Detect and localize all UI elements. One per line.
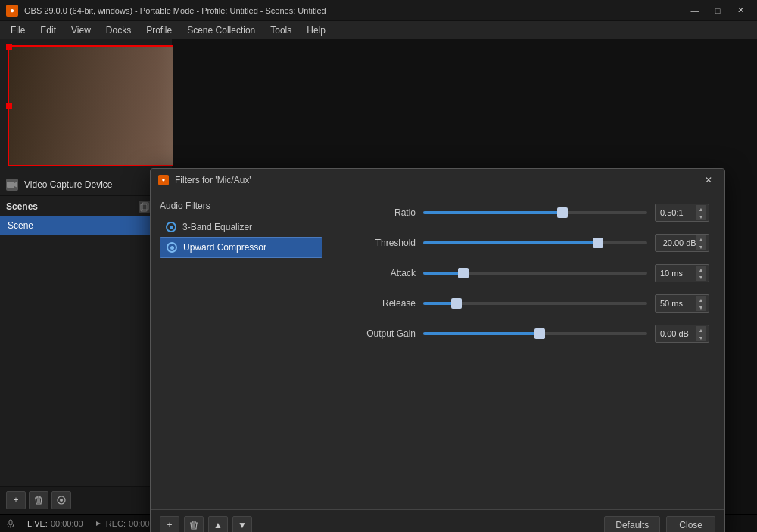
scenes-copy-icon[interactable]	[139, 201, 151, 213]
attack-slider-track	[423, 272, 647, 275]
threshold-spin-up[interactable]: ▲	[696, 235, 706, 243]
threshold-spin-down[interactable]: ▼	[696, 243, 706, 250]
scene-item[interactable]: Scene	[0, 216, 172, 235]
menu-scene-collection[interactable]: Scene Collection	[179, 23, 263, 37]
dialog-title-content: ● Filters for 'Mic/Aux'	[158, 175, 251, 185]
attack-spin-up[interactable]: ▲	[696, 266, 706, 273]
param-row-ratio: Ratio 0.50:1 ▲ ▼	[347, 204, 709, 222]
output-gain-value: 0.00 dB	[660, 329, 689, 338]
output-gain-slider-thumb[interactable]	[534, 328, 545, 339]
menu-edit[interactable]: Edit	[33, 23, 64, 37]
release-value: 50 ms	[660, 299, 683, 308]
scenes-section: Scenes	[0, 196, 172, 216]
filter-item-compressor[interactable]: Upward Compressor	[160, 237, 322, 258]
add-scene-button[interactable]: +	[6, 491, 26, 509]
attack-value: 10 ms	[660, 269, 683, 278]
attack-value-box: 10 ms ▲ ▼	[655, 264, 709, 282]
menu-profile[interactable]: Profile	[139, 23, 179, 37]
menu-tools[interactable]: Tools	[263, 23, 299, 37]
filter-eye-dot-equalizer	[170, 226, 173, 229]
scenes-toolbar: +	[0, 486, 172, 514]
filter-name-equalizer: 3-Band Equalizer	[182, 222, 252, 232]
window-title: OBS 29.0.0 (64-bit, windows) - Portable …	[24, 6, 326, 15]
remove-scene-button[interactable]	[29, 491, 48, 509]
param-row-release: Release 50 ms ▲ ▼	[347, 294, 709, 313]
defaults-button[interactable]: Defaults	[604, 516, 660, 532]
minimize-button[interactable]: —	[684, 3, 706, 18]
release-slider-track	[423, 302, 647, 305]
release-slider-thumb[interactable]	[451, 298, 462, 309]
svg-rect-3	[141, 204, 147, 211]
menu-view[interactable]: View	[64, 23, 98, 37]
attack-spin-down[interactable]: ▼	[696, 273, 706, 281]
rec-icon	[95, 520, 103, 527]
output-gain-spin-up[interactable]: ▲	[696, 326, 706, 334]
svg-rect-0	[7, 182, 14, 188]
move-filter-down-button[interactable]: ▼	[232, 516, 252, 532]
svg-point-6	[60, 499, 63, 502]
output-gain-spin: ▲ ▼	[696, 326, 706, 341]
threshold-value: -20.00 dB	[660, 238, 696, 247]
ratio-spin-up[interactable]: ▲	[696, 205, 706, 213]
main-area: Video Capture Device Scenes Scene	[0, 39, 757, 514]
close-dialog-button[interactable]: Close	[666, 516, 715, 532]
status-mic	[6, 519, 15, 528]
ratio-value-box: 0.50:1 ▲ ▼	[655, 204, 709, 222]
dialog-title-text: Filters for 'Mic/Aux'	[175, 175, 251, 185]
scene-filter-icon[interactable]	[51, 491, 71, 509]
ratio-spin: ▲ ▼	[696, 205, 706, 220]
threshold-slider-fill	[423, 241, 598, 244]
release-label: Release	[347, 298, 416, 309]
attack-slider-fill	[423, 272, 463, 275]
release-spin: ▲ ▼	[696, 296, 706, 311]
mic-icon	[6, 519, 15, 528]
ratio-label: Ratio	[347, 207, 416, 218]
param-row-output-gain: Output Gain 0.00 dB ▲ ▼	[347, 325, 709, 343]
filters-panel: Audio Filters 3-Band Equalizer Upward Co…	[151, 191, 332, 509]
filter-item-equalizer[interactable]: 3-Band Equalizer	[160, 217, 322, 237]
maximize-button[interactable]: □	[707, 3, 728, 18]
svg-rect-7	[9, 520, 12, 525]
filter-eye-icon-equalizer	[166, 222, 176, 232]
ratio-slider-track	[423, 211, 647, 214]
title-bar-controls: — □ ✕	[684, 3, 751, 18]
output-gain-spin-down[interactable]: ▼	[696, 334, 706, 341]
resize-handle-topleft[interactable]	[6, 44, 12, 50]
attack-slider-container	[423, 266, 647, 280]
threshold-slider-thumb[interactable]	[593, 238, 603, 248]
settings-panel: Ratio 0.50:1 ▲ ▼	[332, 191, 724, 509]
menu-help[interactable]: Help	[299, 23, 333, 37]
video-device-icon	[6, 179, 18, 191]
output-gain-value-box: 0.00 dB ▲ ▼	[655, 325, 709, 343]
live-time: 00:00:00	[51, 519, 83, 528]
title-bar-left: ● OBS 29.0.0 (64-bit, windows) - Portabl…	[6, 5, 326, 17]
dialog-title-bar: ● Filters for 'Mic/Aux' ✕	[151, 169, 724, 191]
window-close-button[interactable]: ✕	[730, 3, 751, 18]
dialog-close-x-button[interactable]: ✕	[700, 173, 717, 187]
add-filter-button[interactable]: +	[160, 516, 179, 532]
release-value-box: 50 ms ▲ ▼	[655, 294, 709, 313]
ratio-slider-container	[423, 206, 647, 219]
param-row-attack: Attack 10 ms ▲ ▼	[347, 264, 709, 282]
dialog-bottom: + ▲ ▼ Defaults Close	[151, 509, 724, 532]
title-bar: ● OBS 29.0.0 (64-bit, windows) - Portabl…	[0, 0, 757, 21]
ratio-slider-thumb[interactable]	[557, 207, 568, 218]
rec-label: REC:	[106, 519, 126, 528]
filter-eye-dot-compressor	[170, 246, 174, 250]
attack-label: Attack	[347, 268, 416, 278]
move-filter-up-button[interactable]: ▲	[208, 516, 228, 532]
remove-filter-button[interactable]	[184, 516, 204, 532]
ratio-spin-down[interactable]: ▼	[696, 213, 706, 220]
filter-eye-icon-compressor	[167, 242, 177, 253]
output-gain-label: Output Gain	[347, 328, 416, 339]
menu-docks[interactable]: Docks	[98, 23, 139, 37]
attack-slider-thumb[interactable]	[458, 268, 469, 278]
release-spin-up[interactable]: ▲	[696, 296, 706, 303]
video-device-name: Video Capture Device	[24, 179, 154, 190]
resize-handle-left[interactable]	[6, 103, 12, 109]
dialog-action-buttons: Defaults Close	[604, 516, 715, 532]
ratio-value: 0.50:1	[660, 208, 684, 217]
release-spin-down[interactable]: ▼	[696, 303, 706, 311]
dialog-content: Audio Filters 3-Band Equalizer Upward Co…	[151, 191, 724, 509]
menu-file[interactable]: File	[3, 23, 33, 37]
